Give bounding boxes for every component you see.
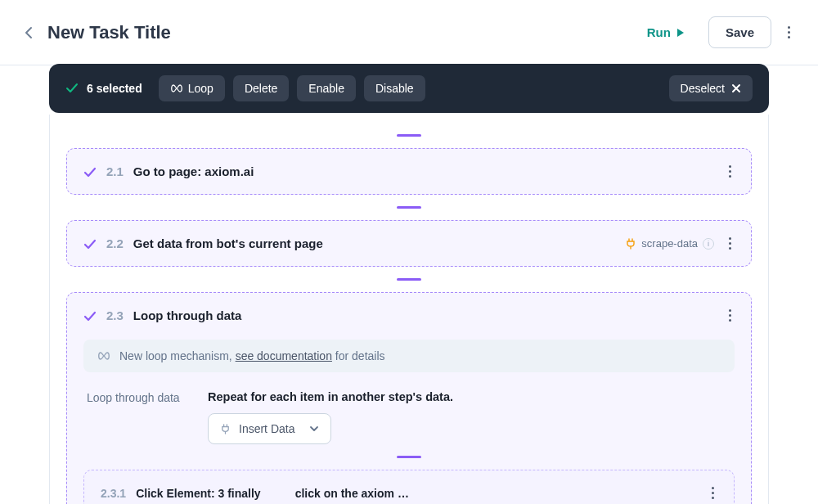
- plug-icon: [625, 238, 636, 250]
- step-card-2-1[interactable]: 2.1 Go to page: axiom.ai: [66, 148, 752, 195]
- step-title: Loop through data: [133, 308, 241, 322]
- selection-count: 6 selected: [87, 82, 142, 95]
- check-icon: [83, 237, 97, 250]
- main-panel: 2.1 Go to page: axiom.ai 2.2 Get data fr…: [49, 115, 769, 504]
- step-card-2-3[interactable]: 2.3 Loop through data New loop mechanism…: [66, 292, 752, 504]
- plug-icon: [220, 424, 231, 434]
- param-description: Repeat for each item in another step's d…: [208, 390, 731, 403]
- check-icon: [83, 165, 97, 178]
- deselect-button[interactable]: Deselect: [669, 75, 753, 101]
- more-icon[interactable]: [784, 23, 793, 42]
- tag-badge: scrape-data i: [625, 237, 714, 250]
- connector: [83, 456, 735, 458]
- header: New Task Title Run Save: [0, 0, 818, 65]
- substep-card-2-3-1[interactable]: 2.3.1 Click Element: 3 finally click on …: [83, 470, 735, 504]
- save-button[interactable]: Save: [708, 16, 771, 48]
- connector: [66, 134, 752, 137]
- info-bar: New loop mechanism, see documentation fo…: [83, 340, 735, 372]
- chevron-down-icon: [309, 425, 319, 432]
- run-button[interactable]: Run: [637, 19, 695, 46]
- step-title: Get data from bot's current page: [133, 236, 323, 250]
- documentation-link[interactable]: see documentation: [236, 349, 332, 362]
- info-icon[interactable]: i: [703, 238, 714, 250]
- substep-title: Click Element: 3 finally: [136, 487, 261, 500]
- more-icon[interactable]: [708, 484, 717, 502]
- enable-button[interactable]: Enable: [297, 75, 356, 101]
- param-label: Loop through data: [87, 390, 185, 444]
- more-icon[interactable]: [726, 234, 735, 253]
- infinity-icon: [97, 351, 111, 361]
- step-card-2-2[interactable]: 2.2 Get data from bot's current page scr…: [66, 220, 752, 267]
- insert-data-dropdown[interactable]: Insert Data: [208, 413, 331, 444]
- close-icon: [731, 83, 741, 93]
- loop-button[interactable]: Loop: [159, 75, 225, 101]
- more-icon[interactable]: [726, 306, 735, 325]
- check-icon: [83, 309, 97, 322]
- step-title: Go to page: axiom.ai: [133, 164, 254, 178]
- substep-description: click on the axiom …: [295, 487, 409, 500]
- disable-button[interactable]: Disable: [364, 75, 425, 101]
- back-icon[interactable]: [25, 26, 33, 39]
- more-icon[interactable]: [726, 162, 735, 181]
- check-icon: [65, 82, 79, 95]
- play-icon: [676, 28, 685, 38]
- substep-number: 2.3.1: [101, 487, 126, 500]
- infinity-icon: [170, 84, 183, 92]
- connector: [66, 206, 752, 209]
- connector: [66, 278, 752, 281]
- selection-bar: 6 selected Loop Delete Enable Disable De…: [49, 64, 769, 113]
- step-number: 2.2: [106, 236, 124, 250]
- page-title: New Task Title: [47, 22, 171, 43]
- delete-button[interactable]: Delete: [233, 75, 289, 101]
- step-number: 2.1: [106, 164, 124, 178]
- step-number: 2.3: [106, 308, 124, 322]
